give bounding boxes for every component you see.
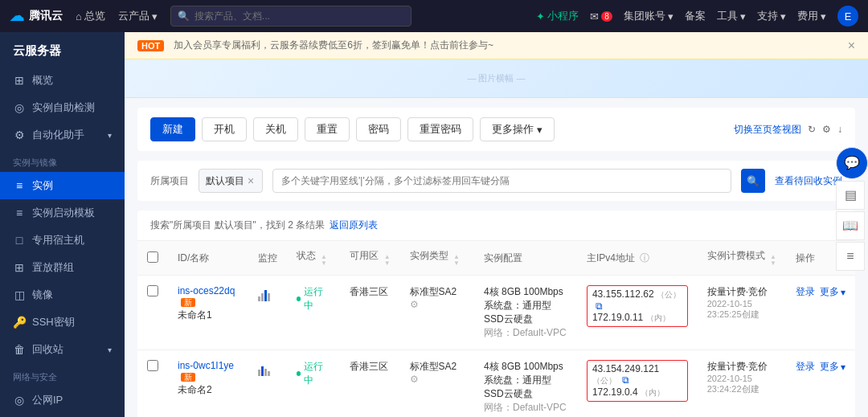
col-config: 实例配置 xyxy=(474,241,577,276)
cell-ipv4: 43.154.249.121 （公） ⧉ 172.19.0.4 （内） xyxy=(577,350,698,418)
sidebar-item-label: 实例自助检测 xyxy=(32,100,95,115)
sidebar-item-public-ip[interactable]: ◎ 公网IP xyxy=(0,386,125,414)
switch-view-link[interactable]: 切换至页签视图 xyxy=(734,123,801,137)
cell-billing: 按量计费·竞价 2022-10-15 23:24:22创建 xyxy=(698,350,786,418)
sidebar-item-overview[interactable]: ⊞ 概览 xyxy=(0,67,125,94)
reset-button[interactable]: 重置 xyxy=(305,117,350,141)
download-icon[interactable]: ↓ xyxy=(837,124,842,135)
row-checkbox[interactable] xyxy=(147,285,158,296)
search-input[interactable] xyxy=(194,10,404,22)
copy-ip-icon[interactable]: ⧉ xyxy=(596,300,603,312)
chevron-down-icon: ▾ xyxy=(780,10,786,22)
sidebar-item-launch-template[interactable]: ≡ 实例启动模板 xyxy=(0,199,125,227)
ip-public: 43.154.249.121 xyxy=(592,363,659,374)
search-icon: 🔍 xyxy=(747,175,760,187)
login-button[interactable]: 密码 xyxy=(356,117,401,141)
col-id-name: ID/名称 xyxy=(168,241,248,276)
overview-icon: ⊞ xyxy=(13,74,26,87)
tools-btn[interactable]: 工具 ▾ xyxy=(717,9,746,23)
info-icon[interactable]: ⚙ xyxy=(410,299,419,310)
col-instance-type: 实例类型 ▲▼ xyxy=(400,241,474,276)
login-link[interactable]: 登录 xyxy=(796,285,815,299)
miniprogram-icon: ✦ xyxy=(536,10,545,22)
group-account-btn[interactable]: 集团账号 ▾ xyxy=(624,9,674,23)
chat-float-button[interactable]: 💬 xyxy=(836,147,868,179)
status-sort-icon[interactable]: ▲▼ xyxy=(321,254,327,267)
more-link[interactable]: 更多 ▾ xyxy=(820,360,845,374)
user-avatar[interactable]: E xyxy=(837,6,858,27)
sidebar-item-placement-group[interactable]: ⊞ 置放群组 xyxy=(0,254,125,281)
mail-btn[interactable]: ✉ 8 xyxy=(590,10,612,22)
console-button[interactable]: 重置密码 xyxy=(407,117,473,141)
more-link[interactable]: 更多 ▾ xyxy=(820,285,845,299)
select-all-checkbox[interactable] xyxy=(147,251,158,263)
fee-btn[interactable]: 费用 ▾ xyxy=(797,9,826,23)
chevron-down-icon: ▾ xyxy=(841,362,845,373)
new-button[interactable]: 新建 xyxy=(150,117,195,141)
sidebar-item-recycle[interactable]: 🗑 回收站 ▾ xyxy=(0,336,125,363)
sidebar-item-label: 置放群组 xyxy=(32,260,74,275)
pending-recycle-link[interactable]: 查看待回收实例 xyxy=(775,174,842,188)
cell-instance-type: 标准型SA2 ⚙ xyxy=(400,276,474,350)
menu-float-button[interactable]: ≡ xyxy=(836,242,865,271)
info-icon[interactable]: ⚙ xyxy=(410,374,419,385)
backup-btn[interactable]: 备案 xyxy=(685,9,706,23)
nav-home[interactable]: ⌂ 总览 xyxy=(76,9,105,23)
support-btn[interactable]: 支持 ▾ xyxy=(757,9,786,23)
host-icon: □ xyxy=(13,234,26,247)
ipv4-info-icon[interactable]: ⓘ xyxy=(640,252,649,264)
billing-sort-icon[interactable]: ▲▼ xyxy=(770,254,776,267)
col-status: 状态 ▲▼ xyxy=(287,241,341,276)
ip-private: 172.19.0.11 xyxy=(592,312,643,323)
logo[interactable]: ☁ 腾讯云 xyxy=(10,7,63,25)
sidebar-item-self-check[interactable]: ◎ 实例自助检测 xyxy=(0,94,125,121)
promo-hot-badge: HOT xyxy=(137,40,164,51)
settings-icon[interactable]: ⚙ xyxy=(822,124,831,135)
cell-zone: 香港三区 xyxy=(340,350,399,418)
page-content: 新建 开机 关机 重置 密码 重置密码 更多操作 ▾ 切换至页签视图 ↻ ⚙ ↓ xyxy=(125,98,868,417)
miniprogram-btn[interactable]: ✦ 小程序 xyxy=(536,9,579,23)
refresh-icon[interactable]: ↻ xyxy=(808,124,816,135)
start-button[interactable]: 开机 xyxy=(202,117,247,141)
content-area: HOT 加入会员享专属福利，云服务器续费低至6折，签到赢免单！点击前往参与~ ×… xyxy=(125,32,868,417)
mail-icon: ✉ xyxy=(590,10,599,22)
copy-ip-icon[interactable]: ⧉ xyxy=(622,374,629,386)
home-icon: ⌂ xyxy=(76,10,82,22)
zone-sort-icon[interactable]: ▲▼ xyxy=(384,254,391,267)
type-sort-icon[interactable]: ▲▼ xyxy=(453,254,460,267)
float-buttons: 💬 ▤ 📖 ≡ xyxy=(836,147,868,271)
cell-config: 4核 8GB 100Mbps 系统盘：通用型SSD云硬盘 网络：Default-… xyxy=(474,276,577,350)
instance-id-link[interactable]: ins-0wc1I1ye xyxy=(178,360,234,371)
promo-banner: HOT 加入会员享专属福利，云服务器续费低至6折，签到赢免单！点击前往参与~ × xyxy=(125,32,868,59)
close-icon[interactable]: × xyxy=(848,39,855,53)
cell-monitor[interactable] xyxy=(248,276,287,350)
cloud-logo-icon: ☁ xyxy=(10,7,24,25)
book-float-button[interactable]: 📖 xyxy=(836,211,865,240)
col-billing: 实例计费模式 ▲▼ xyxy=(698,241,786,276)
filter-input[interactable] xyxy=(272,169,731,193)
return-list-link[interactable]: 返回原列表 xyxy=(330,219,378,232)
sidebar-item-label: 实例 xyxy=(32,178,53,193)
mail-badge: 8 xyxy=(601,11,612,22)
close-filter-icon[interactable]: × xyxy=(248,174,254,187)
list-float-button[interactable]: ▤ xyxy=(836,181,865,210)
image-icon: ◫ xyxy=(13,288,26,301)
cell-action: 登录 更多 ▾ xyxy=(786,350,855,418)
cell-monitor[interactable] xyxy=(248,350,287,418)
sidebar-item-image[interactable]: ◫ 镜像 xyxy=(0,281,125,309)
more-operations-button[interactable]: 更多操作 ▾ xyxy=(480,117,555,141)
toolbar-right: 切换至页签视图 ↻ ⚙ ↓ xyxy=(734,123,842,137)
sidebar-item-automation[interactable]: ⚙ 自动化助手 ▾ xyxy=(0,121,125,149)
stop-button[interactable]: 关机 xyxy=(253,117,298,141)
nav-cloud-products[interactable]: 云产品 ▾ xyxy=(118,9,158,23)
instance-id-link[interactable]: ins-oces22dq xyxy=(178,285,235,296)
filter-search-button[interactable]: 🔍 xyxy=(741,169,765,193)
sidebar-item-ssh-key[interactable]: 🔑 SSH密钥 xyxy=(0,309,125,336)
sidebar-item-instance[interactable]: ≡ 实例 xyxy=(0,172,125,199)
login-link[interactable]: 登录 xyxy=(796,360,815,374)
sidebar-item-dedicated-host[interactable]: □ 专用宿主机 xyxy=(0,227,125,254)
sidebar-item-label: 专用宿主机 xyxy=(32,233,84,247)
sidebar-item-survey[interactable]: ☺ 体验调研 ● xyxy=(0,414,125,417)
search-bar[interactable]: 🔍 xyxy=(170,6,411,27)
row-checkbox[interactable] xyxy=(147,360,158,371)
